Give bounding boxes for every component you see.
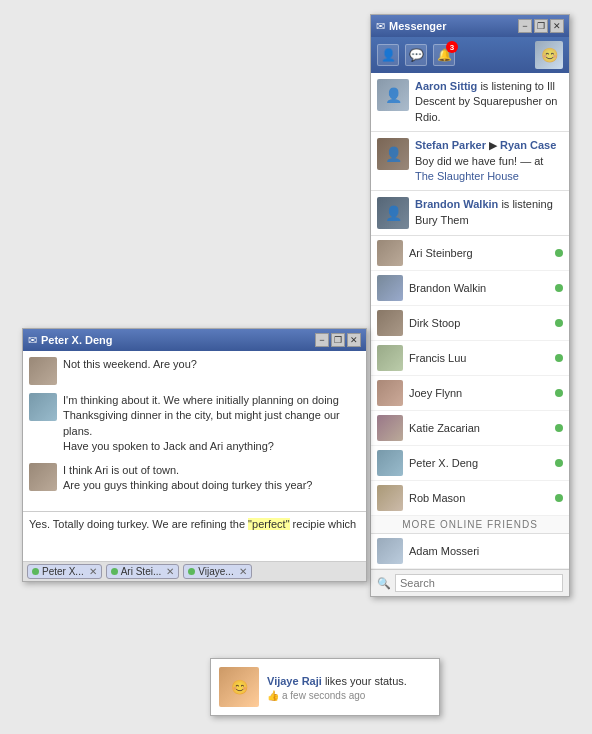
notification-popup[interactable]: 😊 Vijaye Raji likes your status. 👍 a few…	[210, 658, 440, 716]
chat-input-highlight: "perfect"	[248, 518, 289, 530]
notification-avatar: 😊	[219, 667, 259, 707]
joey-online-indicator	[555, 389, 563, 397]
brandon-feed-avatar: 👤	[377, 197, 409, 229]
vijaye-tab-dot	[188, 568, 195, 575]
chat-titlebar: ✉ Peter X. Deng − ❐ ✕	[23, 329, 366, 351]
notification-user: Vijaye Raji	[267, 675, 322, 687]
friend-item-francis[interactable]: Francis Luu	[371, 341, 569, 376]
aaron-feed-text: Aaron Sittig is listening to Ill Descent…	[415, 79, 563, 125]
feed-item-brandon[interactable]: 👤 Brandon Walkin is listening Bury Them	[371, 191, 569, 236]
chat-bubble-1: Not this weekend. Are you?	[63, 357, 197, 372]
feed-item-aaron[interactable]: 👤 Aaron Sittig is listening to Ill Desce…	[371, 73, 569, 132]
feed-item-stefan[interactable]: 👤 Stefan Parker ▶ Ryan Case Boy did we h…	[371, 132, 569, 191]
stefan-feed-text: Stefan Parker ▶ Ryan Case Boy did we hav…	[415, 138, 563, 184]
joey-avatar	[377, 380, 403, 406]
messenger-icon-buttons: 👤 💬 🔔 3	[377, 44, 455, 66]
brandon-name: Brandon Walkin	[415, 198, 498, 210]
friend-item-dirk[interactable]: Dirk Stoop	[371, 306, 569, 341]
notification-action: likes your status.	[325, 675, 407, 687]
chat-tabs: Peter X... ✕ Ari Stei... ✕ Vijaye... ✕	[23, 561, 366, 581]
peter-tab-label: Peter X...	[42, 566, 84, 577]
notification-text: Vijaye Raji likes your status.	[267, 673, 407, 690]
friend-item-rob[interactable]: Rob Mason	[371, 481, 569, 516]
brandon-walkin-avatar	[377, 275, 403, 301]
dirk-avatar	[377, 310, 403, 336]
notification-timestamp: a few seconds ago	[282, 690, 365, 701]
chat-avatar-3	[29, 463, 57, 491]
notification-time: 👍 a few seconds ago	[267, 690, 407, 701]
francis-avatar	[377, 345, 403, 371]
dirk-online-indicator	[555, 319, 563, 327]
chat-bubble-2: I'm thinking about it. We where initiall…	[63, 393, 360, 455]
rob-avatar	[377, 485, 403, 511]
friend-item-brandon-walkin[interactable]: Brandon Walkin	[371, 271, 569, 306]
people-icon: 👤	[381, 48, 396, 62]
ari-online-indicator	[555, 249, 563, 257]
friend-item-adam[interactable]: Adam Mosseri	[371, 534, 569, 569]
chat-title-left: ✉ Peter X. Deng	[28, 334, 113, 347]
stefan-face: 👤	[377, 138, 409, 170]
chat-avatar-2	[29, 393, 57, 421]
messenger-minimize-button[interactable]: −	[518, 19, 532, 33]
chat-avatar-1	[29, 357, 57, 385]
chat-tab-peter[interactable]: Peter X... ✕	[27, 564, 102, 579]
user-avatar-top[interactable]: 😊	[535, 41, 563, 69]
adam-name: Adam Mosseri	[409, 545, 563, 557]
chat-close-button[interactable]: ✕	[347, 333, 361, 347]
messenger-panel: ✉ Messenger − ❐ ✕ 👤 💬 🔔 3 😊	[370, 14, 570, 597]
stefan-name: Stefan Parker	[415, 139, 486, 151]
peter-tab-close[interactable]: ✕	[89, 566, 97, 577]
chat-logo-icon: ✉	[28, 334, 37, 347]
chat-window: ✉ Peter X. Deng − ❐ ✕ Not this weekend. …	[22, 328, 367, 582]
search-icon: 🔍	[377, 577, 391, 590]
messenger-icons-bar: 👤 💬 🔔 3 😊	[371, 37, 569, 73]
chat-restore-button[interactable]: ❐	[331, 333, 345, 347]
chat-icon-button[interactable]: 💬	[405, 44, 427, 66]
rob-online-indicator	[555, 494, 563, 502]
ari-tab-close[interactable]: ✕	[166, 566, 174, 577]
chat-titlebar-controls: − ❐ ✕	[315, 333, 361, 347]
ryan-name: Ryan Case	[500, 139, 556, 151]
adam-avatar	[377, 538, 403, 564]
notification-icon-button[interactable]: 🔔 3	[433, 44, 455, 66]
aaron-name: Aaron Sittig	[415, 80, 477, 92]
katie-online-indicator	[555, 424, 563, 432]
user-avatar-face: 😊	[535, 41, 563, 69]
people-icon-button[interactable]: 👤	[377, 44, 399, 66]
vijaye-tab-label: Vijaye...	[198, 566, 233, 577]
chat-icon: 💬	[409, 48, 424, 62]
friends-list: Ari Steinberg Brandon Walkin Dirk Stoop …	[371, 236, 569, 516]
katie-avatar	[377, 415, 403, 441]
like-icon: 👍	[267, 690, 279, 701]
chat-minimize-button[interactable]: −	[315, 333, 329, 347]
aaron-face: 👤	[377, 79, 409, 111]
messenger-logo-icon: ✉	[376, 20, 385, 33]
brandon-feed-text: Brandon Walkin is listening Bury Them	[415, 197, 563, 229]
chat-tab-ari[interactable]: Ari Stei... ✕	[106, 564, 180, 579]
chat-messages: Not this weekend. Are you? I'm thinking …	[23, 351, 366, 511]
ari-name: Ari Steinberg	[409, 247, 549, 259]
brandon-walkin-online-indicator	[555, 284, 563, 292]
peter-name: Peter X. Deng	[409, 457, 549, 469]
friend-item-joey[interactable]: Joey Flynn	[371, 376, 569, 411]
friend-item-ari[interactable]: Ari Steinberg	[371, 236, 569, 271]
notif-face: 😊	[219, 667, 259, 707]
peter-tab-dot	[32, 568, 39, 575]
messenger-close-button[interactable]: ✕	[550, 19, 564, 33]
slaughter-house-link[interactable]: The Slaughter House	[415, 170, 519, 182]
search-input[interactable]	[395, 574, 563, 592]
friend-item-peter[interactable]: Peter X. Deng	[371, 446, 569, 481]
messenger-search-bar: 🔍	[371, 569, 569, 596]
chat-tab-vijaye[interactable]: Vijaye... ✕	[183, 564, 251, 579]
aaron-avatar: 👤	[377, 79, 409, 111]
friend-item-katie[interactable]: Katie Zacarian	[371, 411, 569, 446]
messenger-restore-button[interactable]: ❐	[534, 19, 548, 33]
stefan-avatar: 👤	[377, 138, 409, 170]
chat-input[interactable]: Yes. Totally doing turkey. We are refini…	[23, 511, 366, 561]
notification-content: Vijaye Raji likes your status. 👍 a few s…	[267, 673, 407, 701]
joey-name: Joey Flynn	[409, 387, 549, 399]
vijaye-tab-close[interactable]: ✕	[239, 566, 247, 577]
peter-avatar	[377, 450, 403, 476]
chat-message-3: I think Ari is out of town. Are you guys…	[29, 463, 360, 494]
chat-message-1: Not this weekend. Are you?	[29, 357, 360, 385]
